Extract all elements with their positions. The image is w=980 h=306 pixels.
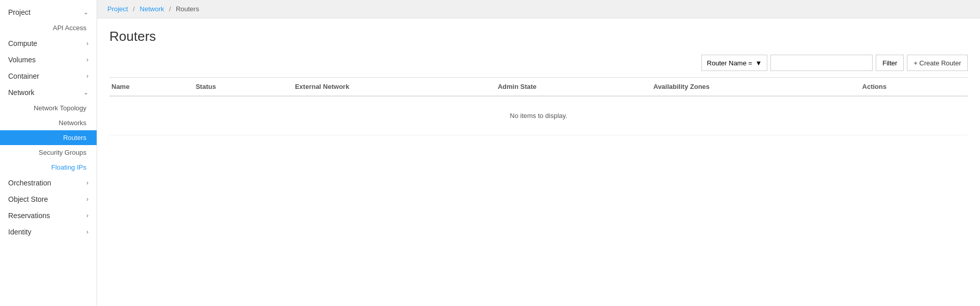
sidebar-object-store-label: Object Store <box>8 195 48 203</box>
col-actions: Actions <box>856 78 968 97</box>
chevron-down-icon: ⌄ <box>83 89 88 96</box>
sidebar-reservations-header[interactable]: Reservations › <box>0 207 97 224</box>
filter-input[interactable] <box>770 55 873 71</box>
breadcrumb-network[interactable]: Network <box>140 5 164 13</box>
table-header-row: Name Status External Network Admin State… <box>109 78 968 97</box>
filter-select[interactable]: Router Name = ▼ <box>701 55 767 71</box>
breadcrumb: Project / Network / Routers <box>97 0 980 18</box>
chevron-right-icon: › <box>86 196 88 203</box>
sidebar-item-security-groups[interactable]: Security Groups <box>0 145 97 160</box>
chevron-right-icon: › <box>86 228 88 236</box>
sidebar-volumes-header[interactable]: Volumes › <box>0 52 97 68</box>
sidebar-orchestration-label: Orchestration <box>8 179 51 187</box>
sidebar-container-header[interactable]: Container › <box>0 68 97 84</box>
sidebar-project-label: Project <box>8 8 31 16</box>
sidebar-object-store-header[interactable]: Object Store › <box>0 191 97 207</box>
page-title: Routers <box>109 29 968 44</box>
chevron-right-icon: › <box>86 73 88 80</box>
sidebar-orchestration-header[interactable]: Orchestration › <box>0 175 97 191</box>
sidebar-item-networks[interactable]: Networks <box>0 115 97 130</box>
chevron-right-icon: › <box>86 179 88 186</box>
chevron-down-icon: ⌄ <box>83 9 88 16</box>
sidebar-item-api-access[interactable]: API Access <box>0 20 97 35</box>
sidebar-reservations-label: Reservations <box>8 211 50 220</box>
main-content: Project / Network / Routers Routers Rout… <box>97 0 980 306</box>
sidebar-network-label: Network <box>8 88 34 97</box>
create-router-button[interactable]: + Create Router <box>907 55 968 71</box>
col-external-network: External Network <box>289 78 492 97</box>
empty-message: No items to display. <box>109 96 968 135</box>
col-admin-state: Admin State <box>492 78 647 97</box>
filter-button[interactable]: Filter <box>876 55 904 71</box>
col-status: Status <box>190 78 289 97</box>
content-area: Routers Router Name = ▼ Filter + Create … <box>97 18 980 306</box>
sidebar-container-label: Container <box>8 72 39 80</box>
sidebar-network-sub: Network Topology Networks Routers Securi… <box>0 101 97 175</box>
chevron-right-icon: › <box>86 40 88 47</box>
chevron-down-icon: ▼ <box>755 59 762 67</box>
toolbar: Router Name = ▼ Filter + Create Router <box>109 55 968 71</box>
sidebar-item-network-topology[interactable]: Network Topology <box>0 101 97 115</box>
chevron-right-icon: › <box>86 56 88 63</box>
sidebar-project-header[interactable]: Project ⌄ <box>0 4 97 20</box>
sidebar-identity-header[interactable]: Identity › <box>0 224 97 240</box>
sidebar-compute-label: Compute <box>8 39 37 48</box>
breadcrumb-current: Routers <box>176 5 199 13</box>
sidebar-volumes-label: Volumes <box>8 56 36 64</box>
sidebar-network-header[interactable]: Network ⌄ <box>0 84 97 101</box>
chevron-right-icon: › <box>86 212 88 219</box>
col-name: Name <box>109 78 190 97</box>
filter-select-label: Router Name = <box>707 59 753 67</box>
sidebar-identity-label: Identity <box>8 228 31 236</box>
col-availability-zones: Availability Zones <box>647 78 856 97</box>
sidebar-compute-header[interactable]: Compute › <box>0 35 97 52</box>
sidebar: Project ⌄ API Access Compute › Volumes ›… <box>0 0 97 306</box>
sidebar-item-routers[interactable]: Routers <box>0 130 97 145</box>
empty-row: No items to display. <box>109 96 968 135</box>
breadcrumb-project[interactable]: Project <box>107 5 128 13</box>
sidebar-item-floating-ips[interactable]: Floating IPs <box>0 160 97 175</box>
routers-table: Name Status External Network Admin State… <box>109 77 968 135</box>
